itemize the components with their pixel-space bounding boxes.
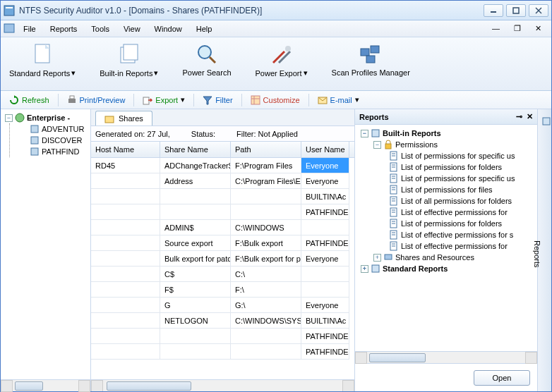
power-search-button[interactable]: Power Search [176, 42, 236, 78]
table-cell: NETLOGON [160, 313, 231, 329]
svg-line-12 [210, 57, 215, 63]
maximize-button[interactable] [506, 4, 526, 17]
menu-view[interactable]: View [116, 23, 148, 35]
reports-leaf[interactable]: List of all permissions for folders [356, 195, 536, 207]
table-row[interactable]: PATHFINDE [91, 204, 354, 220]
tree-item[interactable]: PATHFIND [10, 146, 89, 157]
menu-tools[interactable]: Tools [84, 23, 116, 35]
svg-point-11 [198, 46, 211, 59]
reports-scrollbar[interactable] [355, 351, 537, 363]
col-user[interactable]: User Name [301, 142, 349, 157]
table-row[interactable]: AddressC:\Program Files\ExcEveryone [91, 173, 354, 189]
reports-leaf[interactable]: List of permissions for folders [356, 218, 536, 229]
table-row[interactable]: PATHFINDE [91, 329, 354, 344]
table-row[interactable]: PATHFINDE [91, 344, 354, 360]
main-pane: Shares Generated on: 27 Jul, Status: Fil… [91, 109, 355, 391]
tree-root[interactable]: − Enterprise - [2, 112, 89, 123]
col-path[interactable]: Path [231, 142, 301, 157]
reports-leaf[interactable]: List of permissions for specific us [356, 150, 536, 161]
reports-node-builtin[interactable]: −Built-in Reports [356, 128, 536, 139]
close-pane-icon[interactable]: ✕ [527, 112, 533, 121]
scan-profiles-button[interactable]: Scan Profiles Manager [326, 42, 416, 78]
mdi-restore-button[interactable]: ❐ [507, 22, 528, 35]
refresh-button[interactable]: Refresh [5, 94, 54, 106]
report-icon [371, 264, 380, 274]
table-cell: G:\ [231, 298, 301, 313]
table-cell [91, 189, 160, 204]
tree-item[interactable]: ADVENTUR [10, 123, 89, 135]
reports-leaf[interactable]: List of permissions for folders [356, 161, 536, 173]
minimize-button[interactable] [484, 4, 503, 17]
tab-shares[interactable]: Shares [95, 111, 152, 125]
reports-node-standard[interactable]: +Standard Reports [356, 263, 536, 274]
mdi-minimize-button[interactable]: — [485, 22, 507, 35]
table-row[interactable]: NETLOGONC:\WINDOWS\SYSVBUILTIN\Ac [91, 313, 354, 329]
reports-leaf[interactable]: List of permissions for specific us [356, 173, 536, 184]
grid-scrollbar[interactable] [91, 379, 354, 391]
menu-file[interactable]: File [16, 23, 43, 35]
printer-icon [67, 95, 77, 105]
system-menu-icon[interactable] [4, 23, 16, 35]
app-icon [4, 5, 15, 16]
reports-side-tab[interactable]: Reports [537, 109, 551, 391]
open-button[interactable]: Open [474, 370, 530, 386]
menu-reports[interactable]: Reports [43, 23, 85, 35]
mdi-close-button[interactable]: ✕ [528, 22, 548, 35]
table-cell: BUILTIN\Ac [301, 189, 349, 204]
export-button[interactable]: Export▾ [138, 94, 189, 106]
table-row[interactable]: BUILTIN\Ac [91, 189, 354, 204]
report-stack-icon [118, 43, 140, 66]
tree-scrollbar[interactable] [1, 379, 90, 391]
chevron-down-icon: ▾ [304, 68, 308, 78]
svg-rect-62 [385, 255, 392, 259]
collapse-icon[interactable]: − [5, 114, 13, 122]
email-button[interactable]: E-mail▾ [313, 94, 364, 106]
table-row[interactable]: Source exportF:\Bulk exportPATHFINDE [91, 235, 354, 251]
customize-button[interactable]: Customize [246, 94, 304, 106]
expand-icon[interactable]: + [373, 254, 381, 262]
table-cell [231, 329, 301, 344]
filter-button[interactable]: Filter [198, 94, 236, 106]
menu-window[interactable]: Window [148, 23, 189, 35]
collapse-icon[interactable]: − [361, 130, 368, 137]
svg-rect-34 [385, 144, 391, 149]
expand-icon[interactable]: + [361, 265, 368, 273]
close-button[interactable] [529, 4, 548, 17]
document-icon [31, 43, 54, 66]
table-row[interactable]: Bulk export for patchF:\Bulk export for … [91, 251, 354, 267]
page-icon [389, 162, 399, 172]
report-icon [371, 128, 380, 138]
builtin-reports-button[interactable]: Built-in Reports▾ [94, 42, 164, 79]
standard-reports-button[interactable]: Standard Reports▾ [4, 42, 81, 79]
export-icon [143, 95, 152, 105]
reports-node-shares[interactable]: +Shares and Resources [356, 252, 536, 263]
reports-node-permissions[interactable]: −Permissions [356, 139, 536, 150]
table-cell [231, 344, 301, 360]
table-cell [91, 282, 160, 298]
table-row[interactable]: C$C:\ [91, 267, 354, 282]
svg-rect-31 [31, 148, 38, 155]
table-cell [91, 235, 160, 251]
reports-leaf[interactable]: List of permissions for files [356, 184, 536, 195]
table-cell: PATHFINDE [301, 204, 349, 220]
table-cell [160, 344, 231, 360]
table-cell [231, 189, 301, 204]
tree-item[interactable]: DISCOVER [10, 135, 89, 146]
chevron-down-icon: ▾ [154, 68, 158, 78]
table-row[interactable]: ADMIN$C:\WINDOWS [91, 220, 354, 235]
print-button[interactable]: Print/Preview [63, 94, 130, 106]
col-host[interactable]: Host Name [91, 142, 160, 157]
reports-leaf[interactable]: List of effective permissions for [356, 240, 536, 252]
svg-rect-10 [124, 44, 138, 60]
menu-help[interactable]: Help [189, 23, 220, 35]
table-row[interactable]: GG:\Everyone [91, 298, 354, 313]
pin-icon[interactable]: ⊸ [516, 112, 522, 121]
col-share[interactable]: Share Name [160, 142, 231, 157]
table-cell: PATHFINDE [301, 235, 349, 251]
reports-leaf[interactable]: List of effective permissions for s [356, 229, 536, 240]
table-row[interactable]: F$F:\ [91, 282, 354, 298]
collapse-icon[interactable]: − [373, 141, 381, 149]
power-export-button[interactable]: Power Export▾ [250, 42, 313, 79]
reports-leaf[interactable]: List of effective permissions for [356, 207, 536, 218]
table-row[interactable]: RD45ADChangeTracker$F:\Program FilesEver… [91, 158, 354, 173]
